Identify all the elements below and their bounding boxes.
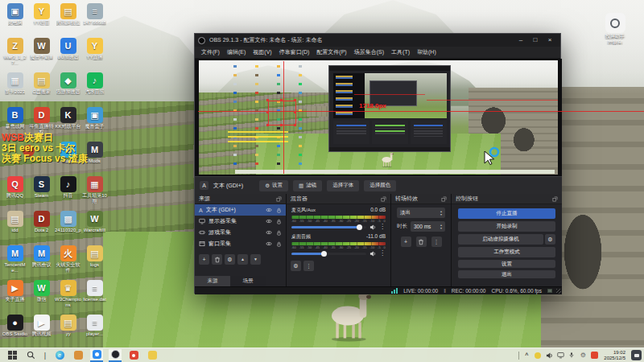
studio-mode-button[interactable]: 工作室模式: [458, 247, 555, 257]
desktop-icon[interactable]: ▣ 此电脑: [2, 2, 28, 36]
desktop-icon[interactable]: M TencentMe...: [2, 244, 28, 278]
desktop-icon[interactable]: ▩ 24110320_p: [55, 209, 81, 244]
desktop-icon[interactable]: ▦ 显卡2023: [2, 71, 28, 105]
remove-transition-button[interactable]: [416, 237, 427, 247]
desktop-icon[interactable]: Q 腾讯QQ: [2, 175, 28, 209]
menu-item[interactable]: 帮助(H): [417, 48, 436, 56]
advanced-audio-button[interactable]: ⚙: [291, 261, 301, 271]
move-source-down-button[interactable]: ▼: [250, 254, 261, 265]
add-source-button[interactable]: +: [199, 254, 209, 265]
corner-desktop-icon[interactable]: 投屏助手 控制台: [590, 13, 640, 45]
desktop-icon[interactable]: ▶ 腾讯视频: [28, 313, 55, 348]
desktop-icon[interactable]: ≡ 147.666d8: [81, 2, 108, 36]
tray-yy-icon[interactable]: [534, 352, 542, 360]
desktop-icon[interactable]: D Dota 2: [28, 209, 55, 244]
popout-icon[interactable]: [552, 196, 558, 202]
desktop-icon[interactable]: Y YY直播: [81, 36, 108, 71]
start-virtual-camera-button[interactable]: 启动虚拟摄像机: [458, 234, 543, 245]
menu-item[interactable]: 工具(T): [391, 48, 410, 56]
volume-icon[interactable]: [545, 352, 553, 360]
transition-options-dots[interactable]: ⋮: [431, 237, 442, 247]
desktop-icon[interactable]: ▦ 工具箱第10期: [81, 175, 108, 209]
desktop-icon[interactable]: ▤ C盘搬家: [28, 71, 55, 105]
taskbar-game-assistant[interactable]: [72, 349, 85, 362]
desktop-icon[interactable]: ▤ yy: [55, 313, 81, 348]
menu-item[interactable]: 停靠窗口(D): [279, 48, 310, 56]
taskbar-tencent-meeting[interactable]: [90, 349, 103, 362]
source-selection-box[interactable]: [268, 101, 296, 125]
select-font-button[interactable]: 选择字体: [327, 180, 359, 191]
desktop-icon[interactable]: 火 火绒安全软件: [55, 244, 81, 278]
display-icon[interactable]: [556, 352, 564, 360]
source-filters-button[interactable]: ▥滤镜: [293, 180, 322, 191]
menu-item[interactable]: 视图(V): [253, 48, 271, 56]
desktop-icon[interactable]: S Steam: [28, 175, 55, 209]
selection-handles[interactable]: [266, 99, 269, 101]
eye-icon[interactable]: [266, 219, 272, 224]
chevron-up-icon[interactable]: ^: [522, 352, 530, 360]
minimize-button[interactable]: –: [514, 34, 528, 47]
desktop-icon[interactable]: Z War3_1_27...: [2, 36, 28, 71]
desktop-options-dots[interactable]: ⋮: [379, 250, 386, 257]
settings-button[interactable]: 设置: [458, 260, 555, 268]
remove-source-button[interactable]: [212, 254, 222, 265]
taskbar-yy[interactable]: [146, 349, 159, 362]
taskbar-search-button[interactable]: [24, 349, 37, 362]
taskbar-douyu[interactable]: [127, 349, 140, 362]
desktop-icon[interactable]: U UU加速器: [55, 36, 81, 71]
desktop-icon[interactable]: W WarcraftIII: [81, 209, 108, 244]
desktop-icon[interactable]: ▶ 夹子直播: [2, 278, 28, 313]
eye-icon[interactable]: [266, 208, 272, 212]
add-transition-button[interactable]: +: [401, 237, 411, 247]
desktop-icon[interactable]: ≡ license.dat: [81, 278, 108, 313]
lock-icon[interactable]: [276, 219, 282, 224]
desktop-icon[interactable]: ♪ 汽水音乐: [81, 71, 108, 105]
eye-icon[interactable]: [266, 241, 272, 246]
source-row-window-capture[interactable]: 窗口采集: [195, 238, 286, 249]
microphone-icon[interactable]: [568, 352, 576, 360]
tab-scenes[interactable]: 场景: [230, 276, 266, 286]
stop-streaming-button[interactable]: 停止直播: [458, 208, 555, 219]
desktop-icon[interactable]: Y YY语音: [28, 2, 55, 36]
speaker-icon[interactable]: [369, 251, 376, 257]
mixer-options-dots[interactable]: ⋮: [303, 261, 314, 271]
taskbar-obs[interactable]: [109, 349, 122, 362]
duration-spinbox[interactable]: 300 ms ▴▾: [411, 221, 445, 232]
source-row-text[interactable]: A 文本 (GDI+): [195, 204, 286, 216]
menu-item[interactable]: 编辑(E): [227, 48, 246, 56]
transition-select[interactable]: 淡出 ▴▾: [397, 208, 445, 218]
maximize-button[interactable]: □: [528, 34, 543, 47]
select-color-button[interactable]: 选择颜色: [364, 180, 396, 191]
desktop-icon[interactable]: ▤ logs: [81, 244, 108, 278]
mic-volume-slider[interactable]: [291, 226, 366, 228]
desktop-icon[interactable]: M 腾讯会议: [28, 244, 55, 278]
speaker-icon[interactable]: [369, 224, 376, 230]
huorong-tray-icon[interactable]: [590, 352, 598, 360]
desktop-icon[interactable]: ◆ 迅游加速器: [55, 71, 81, 105]
desktop-icon[interactable]: ♛ W3Champions: [55, 278, 81, 313]
desktop-icon[interactable]: ♪ 抖音: [55, 175, 81, 209]
spinner-arrows-icon[interactable]: ▴▾: [440, 224, 442, 230]
taskbar-edge[interactable]: e: [53, 349, 66, 362]
desktop-icon[interactable]: ● OBS Studio: [2, 313, 28, 348]
menu-item[interactable]: 场景集合(S): [354, 48, 384, 56]
taskbar-clock[interactable]: 19:02 2025/12/5: [601, 350, 628, 360]
lock-icon[interactable]: [276, 241, 282, 247]
menu-item[interactable]: 配置文件(P): [316, 48, 346, 56]
exit-button[interactable]: 退出: [458, 270, 555, 278]
menu-item[interactable]: 文件(F): [201, 48, 220, 56]
eye-icon[interactable]: [266, 230, 272, 235]
desktop-icon[interactable]: W 微信: [28, 278, 55, 313]
popout-icon[interactable]: [276, 196, 282, 202]
desktop-icon[interactable]: ▤ idd: [2, 209, 28, 244]
desktop-icon[interactable]: ▤ 腾讯多机位: [55, 2, 81, 36]
desktop-icon[interactable]: W 魔兽争霸Ⅲ: [28, 36, 55, 71]
move-source-up-button[interactable]: ▲: [237, 254, 248, 265]
source-row-game-capture[interactable]: 游戏采集: [195, 227, 286, 238]
obs-titlebar[interactable]: OBS 29.1.3 - 配置文件: 未命名 - 场景: 未命名 – □ ×: [195, 34, 560, 47]
popout-icon[interactable]: [381, 196, 386, 202]
desktop-icon[interactable]: ≡ player...: [81, 313, 108, 348]
tray-settings-icon[interactable]: ⚙: [579, 352, 587, 360]
lock-icon[interactable]: [276, 230, 282, 236]
desktop-volume-slider[interactable]: [291, 253, 366, 255]
